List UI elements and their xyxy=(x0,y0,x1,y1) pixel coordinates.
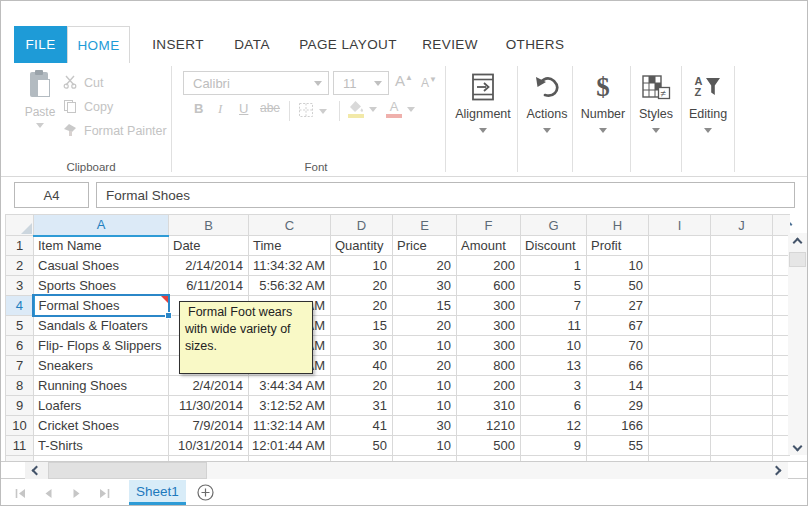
column-header-B[interactable]: B xyxy=(169,215,249,236)
column-header-D[interactable]: D xyxy=(331,215,393,236)
cell-H7[interactable]: 66 xyxy=(587,356,649,376)
font-color-button[interactable]: A xyxy=(386,100,415,118)
cell-I1[interactable] xyxy=(649,236,711,256)
cell-H6[interactable]: 70 xyxy=(587,336,649,356)
sheet-tab-active[interactable]: Sheet1 xyxy=(129,480,186,506)
cell-H1[interactable]: Profit xyxy=(587,236,649,256)
cell-A7[interactable]: Sneakers xyxy=(34,356,169,376)
cell-E10[interactable]: 30 xyxy=(393,416,457,436)
format-painter-button[interactable]: Format Painter xyxy=(63,122,167,140)
cell-E3[interactable]: 30 xyxy=(393,276,457,296)
scroll-down-button[interactable] xyxy=(788,437,807,455)
cell-D10[interactable]: 41 xyxy=(331,416,393,436)
tab-data[interactable]: DATA xyxy=(225,26,279,63)
row-header-3[interactable]: 3 xyxy=(6,276,34,296)
cell-E4[interactable]: 15 xyxy=(393,296,457,316)
cell-E9[interactable]: 10 xyxy=(393,396,457,416)
cell-J10[interactable] xyxy=(711,416,773,436)
shrink-font-button[interactable]: A▼ xyxy=(421,75,437,90)
font-size-combo[interactable]: 11 xyxy=(333,71,389,95)
cell-A11[interactable]: T-Shirts xyxy=(34,436,169,456)
cell-F7[interactable]: 800 xyxy=(457,356,521,376)
cell-B9[interactable]: 11/30/2014 xyxy=(169,396,249,416)
cell-I11[interactable] xyxy=(649,436,711,456)
cell-A6[interactable]: Flip- Flops & Slippers xyxy=(34,336,169,356)
strikethrough-button[interactable]: abe xyxy=(260,101,280,115)
cell-C1[interactable]: Time xyxy=(249,236,331,256)
cell-E11[interactable]: 10 xyxy=(393,436,457,456)
row-header-11[interactable]: 11 xyxy=(6,436,34,456)
cell-E7[interactable]: 20 xyxy=(393,356,457,376)
cell-A5[interactable]: Sandals & Floaters xyxy=(34,316,169,336)
cell-I5[interactable] xyxy=(649,316,711,336)
column-header-A[interactable]: A xyxy=(34,215,169,236)
cell-H4[interactable]: 27 xyxy=(587,296,649,316)
column-header-E[interactable]: E xyxy=(393,215,457,236)
copy-button[interactable]: Copy xyxy=(63,98,113,116)
cell-C8[interactable]: 3:44:34 AM xyxy=(249,376,331,396)
cell-G10[interactable]: 12 xyxy=(521,416,587,436)
cell-D3[interactable]: 20 xyxy=(331,276,393,296)
cell-A8[interactable]: Running Shoes xyxy=(34,376,169,396)
cell-I10[interactable] xyxy=(649,416,711,436)
cell-I3[interactable] xyxy=(649,276,711,296)
cell-G4[interactable]: 7 xyxy=(521,296,587,316)
cell-B10[interactable]: 7/9/2014 xyxy=(169,416,249,436)
cell-A2[interactable]: Casual Shoes xyxy=(34,256,169,276)
cell-C11[interactable]: 12:01:44 AM xyxy=(249,436,331,456)
borders-button[interactable] xyxy=(298,102,327,121)
cell-J6[interactable] xyxy=(711,336,773,356)
bold-button[interactable]: B xyxy=(194,101,203,116)
cell-F3[interactable]: 600 xyxy=(457,276,521,296)
cell-G6[interactable]: 10 xyxy=(521,336,587,356)
cell-D7[interactable]: 40 xyxy=(331,356,393,376)
cell-H2[interactable]: 10 xyxy=(587,256,649,276)
paste-button[interactable]: Paste xyxy=(17,69,63,128)
cell-C9[interactable]: 3:12:52 AM xyxy=(249,396,331,416)
cell-E6[interactable]: 10 xyxy=(393,336,457,356)
row-header-7[interactable]: 7 xyxy=(6,356,34,376)
cell-B11[interactable]: 10/31/2014 xyxy=(169,436,249,456)
cell-D9[interactable]: 31 xyxy=(331,396,393,416)
cell-C3[interactable]: 5:56:32 AM xyxy=(249,276,331,296)
column-header-I[interactable]: I xyxy=(649,215,711,236)
cell-H5[interactable]: 67 xyxy=(587,316,649,336)
column-header-J[interactable]: J xyxy=(711,215,773,236)
first-sheet-button[interactable] xyxy=(11,486,29,500)
styles-dropdown[interactable]: ≠ Styles xyxy=(632,69,680,133)
cell-F1[interactable]: Amount xyxy=(457,236,521,256)
cell-D4[interactable]: 20 xyxy=(331,296,393,316)
cell-G3[interactable]: 5 xyxy=(521,276,587,296)
cell-A9[interactable]: Loafers xyxy=(34,396,169,416)
cell-A4[interactable]: Formal Shoes xyxy=(34,296,169,316)
cell-G8[interactable]: 3 xyxy=(521,376,587,396)
cut-button[interactable]: Cut xyxy=(63,74,103,92)
cell-B8[interactable]: 2/4/2014 xyxy=(169,376,249,396)
cell-H10[interactable]: 166 xyxy=(587,416,649,436)
cell-J9[interactable] xyxy=(711,396,773,416)
cell-C10[interactable]: 11:32:14 AM xyxy=(249,416,331,436)
cell-D5[interactable]: 15 xyxy=(331,316,393,336)
cell-E1[interactable]: Price xyxy=(393,236,457,256)
cell-B1[interactable]: Date xyxy=(169,236,249,256)
cell-E5[interactable]: 20 xyxy=(393,316,457,336)
cell-F11[interactable]: 500 xyxy=(457,436,521,456)
alignment-dropdown[interactable]: Alignment xyxy=(449,69,517,133)
vertical-scrollbar[interactable] xyxy=(788,233,807,455)
cell-I9[interactable] xyxy=(649,396,711,416)
cell-D1[interactable]: Quantity xyxy=(331,236,393,256)
row-header-5[interactable]: 5 xyxy=(6,316,34,336)
row-header-6[interactable]: 6 xyxy=(6,336,34,356)
column-header-F[interactable]: F xyxy=(457,215,521,236)
cell-A3[interactable]: Sports Shoes xyxy=(34,276,169,296)
cell-C2[interactable]: 11:34:32 AM xyxy=(249,256,331,276)
font-name-combo[interactable]: Calibri xyxy=(183,71,329,95)
row-header-2[interactable]: 2 xyxy=(6,256,34,276)
cell-J2[interactable] xyxy=(711,256,773,276)
tab-insert[interactable]: INSERT xyxy=(147,26,209,63)
previous-sheet-button[interactable] xyxy=(39,486,57,500)
cell-G5[interactable]: 11 xyxy=(521,316,587,336)
actions-dropdown[interactable]: Actions xyxy=(521,69,573,133)
add-sheet-button[interactable] xyxy=(197,484,214,505)
vertical-scroll-thumb[interactable] xyxy=(789,252,806,267)
